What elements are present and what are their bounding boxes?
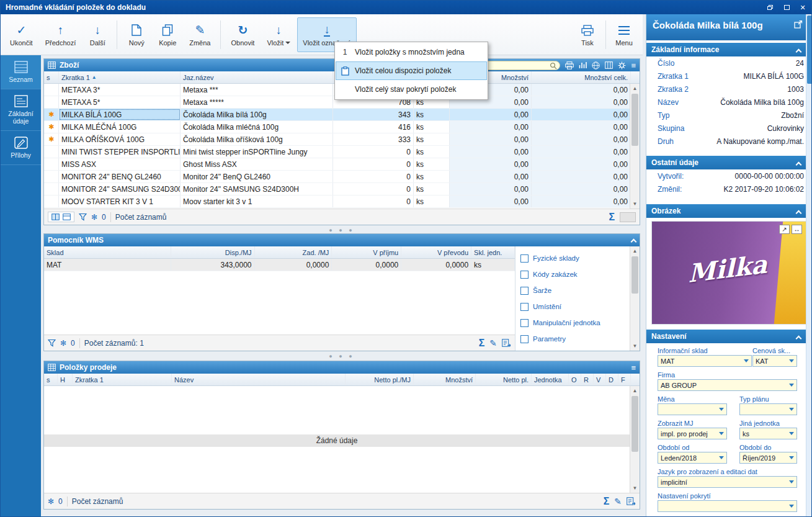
jazyk-select[interactable]: implicitní [658, 476, 797, 488]
sidebar-item-seznam[interactable]: Seznam [1, 55, 41, 89]
menu-item-mnozstvi-jedna[interactable]: 1 Vložit položky s množstvím jedna [336, 43, 487, 61]
edit-icon[interactable]: ✎ [614, 497, 622, 506]
column-header[interactable]: O [569, 374, 581, 385]
scrollbar-thumb[interactable] [631, 256, 638, 294]
vlozit-button[interactable]: ↓ Vložit [261, 17, 296, 52]
sum-icon[interactable]: Σ [609, 212, 615, 223]
open-image-icon[interactable]: ↗ [779, 225, 790, 234]
checkbox-manipulacni-jednotka[interactable]: Manipulační jednotka [520, 315, 628, 331]
column-header[interactable]: s [44, 374, 58, 385]
vertical-scrollbar[interactable]: ▲ ▼ [630, 84, 640, 209]
obdobi-od-select[interactable]: Leden/2018 [658, 452, 727, 464]
column-header[interactable]: s [44, 71, 59, 83]
open-detail-icon[interactable] [794, 20, 803, 30]
scroll-up-icon[interactable]: ▲ [630, 84, 640, 93]
dalsi-button[interactable]: ↓ Další [83, 17, 112, 52]
column-header[interactable]: Název [172, 374, 346, 385]
sum-icon[interactable]: Σ [604, 496, 610, 507]
vertical-scrollbar[interactable]: ▲ ▼ [630, 246, 640, 351]
nastaveni-pokryti-select[interactable] [658, 500, 797, 512]
menu-item-cela-dispozice[interactable]: Vložit celou dispozici položek [336, 61, 487, 80]
column-header[interactable]: Skl. jedn. [471, 246, 515, 258]
panel-menu-icon[interactable]: ≡ [631, 363, 636, 372]
typ-planu-select[interactable] [739, 403, 797, 415]
vertical-scrollbar[interactable]: ▲ ▼ [630, 386, 640, 493]
ukoncit-button[interactable]: ✓ Ukončit [4, 17, 38, 52]
scroll-up-icon[interactable]: ▲ [630, 246, 640, 256]
scroll-down-icon[interactable]: ▼ [630, 483, 640, 493]
export-icon[interactable] [627, 497, 636, 505]
column-header[interactable]: Netto pl. [476, 374, 532, 385]
cenova-skupina-select[interactable]: KAT [752, 355, 797, 367]
menu-button[interactable]: Menu [609, 17, 639, 52]
columns-icon[interactable] [605, 61, 613, 69]
close-icon[interactable]: ✕ [798, 3, 808, 12]
collapse-chevron-icon[interactable] [796, 49, 802, 55]
table-row[interactable]: MONITOR 24" BENQ GL2460 Monitor 24" BenQ… [44, 171, 640, 183]
firma-select[interactable]: AB GROUP [658, 379, 797, 391]
sidebar-item-zakladni-udaje[interactable]: Základní údaje [1, 89, 41, 131]
column-header[interactable]: Zkratka 1▲ [59, 71, 181, 83]
scroll-up-icon[interactable]: ▲ [630, 386, 640, 395]
filter-icon[interactable] [48, 339, 56, 347]
table-row[interactable]: MINI TWIST STEPPER INSPORTLINE Mini twis… [44, 146, 640, 158]
novy-button[interactable]: Nový [122, 17, 151, 52]
column-header[interactable]: Sklad [44, 246, 171, 258]
column-header[interactable]: Disp./MJ [171, 246, 255, 258]
zobrazit-mj-select[interactable]: impl. pro prodej [658, 428, 727, 439]
column-header[interactable]: Množství celk. [532, 71, 631, 83]
table-row[interactable]: ✱ MILKA MLÉČNÁ 100G Čokoláda Milka mléčn… [44, 121, 640, 133]
sidebar-item-prilohy[interactable]: Přílohy [1, 131, 41, 165]
scroll-down-icon[interactable]: ▼ [630, 341, 640, 351]
zmena-button[interactable]: ✎ Změna [184, 17, 216, 52]
maximize-icon[interactable] [782, 3, 792, 12]
sum-icon[interactable]: Σ [479, 338, 485, 349]
print-icon[interactable] [565, 61, 574, 70]
collapse-chevron-icon[interactable] [796, 162, 802, 168]
view-switch[interactable] [48, 212, 74, 222]
column-header[interactable]: H [58, 374, 73, 385]
column-header[interactable]: Netto pl./MJ [346, 374, 414, 385]
checkbox-kody-zakazek[interactable]: Kódy zakázek [520, 266, 628, 282]
checkbox-umisteni[interactable]: Umístění [520, 299, 628, 315]
predchozi-button[interactable]: ↑ Předchozí [40, 17, 82, 52]
collapse-chevron-icon[interactable] [796, 336, 802, 342]
column-header[interactable]: R [581, 374, 594, 385]
collapse-chevron-icon[interactable] [796, 210, 802, 217]
gear-icon[interactable] [618, 61, 626, 70]
checkbox-fyzicke-sklady[interactable]: Fyzické sklady [520, 250, 628, 266]
column-header[interactable]: V [594, 374, 606, 385]
edit-icon[interactable]: ✎ [489, 338, 497, 348]
checkbox-sarze[interactable]: Šarže [520, 282, 628, 299]
column-header[interactable]: Množství [414, 374, 476, 385]
detail-scrollbar[interactable] [806, 14, 812, 517]
table-row[interactable]: MISS ASX Ghost Miss ASX 0 ks 0,00 0,00 [44, 158, 640, 171]
snowflake-icon[interactable]: ✻ [48, 497, 54, 506]
scrollbar-thumb[interactable] [631, 396, 638, 452]
section-header-obrazek[interactable]: Obrázek [646, 204, 806, 218]
chart-icon[interactable] [579, 61, 587, 69]
scrollbar-thumb[interactable] [631, 94, 638, 146]
panel-menu-icon[interactable]: ≡ [631, 61, 636, 70]
section-header-nastaveni[interactable]: Nastavení [646, 330, 806, 343]
obnovit-button[interactable]: ↻ Obnovit [225, 17, 260, 52]
table-row-selected[interactable]: ✱ MILKA BÍLÁ 100G Čokoláda Milka bílá 10… [44, 109, 640, 121]
column-header[interactable]: V převodu [401, 246, 471, 258]
column-header[interactable]: V příjmu [332, 246, 401, 258]
export-icon[interactable] [502, 339, 511, 347]
filter-icon[interactable] [79, 213, 87, 221]
scroll-down-icon[interactable]: ▼ [630, 199, 640, 209]
column-header[interactable]: Jednotka [532, 374, 569, 385]
section-header-ostatni-udaje[interactable]: Ostatní údaje [646, 156, 806, 169]
obdobi-do-select[interactable]: Říjen/2019 [739, 452, 797, 464]
jina-jednotka-select[interactable]: ks [739, 428, 797, 439]
column-header[interactable]: D [606, 374, 618, 385]
table-row[interactable]: MOOV STARTER KIT 3 V 1 Moov starter kit … [44, 196, 640, 208]
table-row[interactable]: MAT 343,0000 0,0000 0,0000 0,0000 ks [44, 259, 515, 271]
collapse-chevron-icon[interactable] [631, 238, 637, 245]
snowflake-icon[interactable]: ✻ [91, 213, 97, 222]
table-row[interactable]: MONITOR 24" SAMSUNG S24D300H Monitor 24"… [44, 183, 640, 196]
tisk-button[interactable]: Tisk [573, 17, 602, 52]
globe-icon[interactable] [592, 61, 600, 70]
snowflake-icon[interactable]: ✻ [60, 339, 66, 348]
